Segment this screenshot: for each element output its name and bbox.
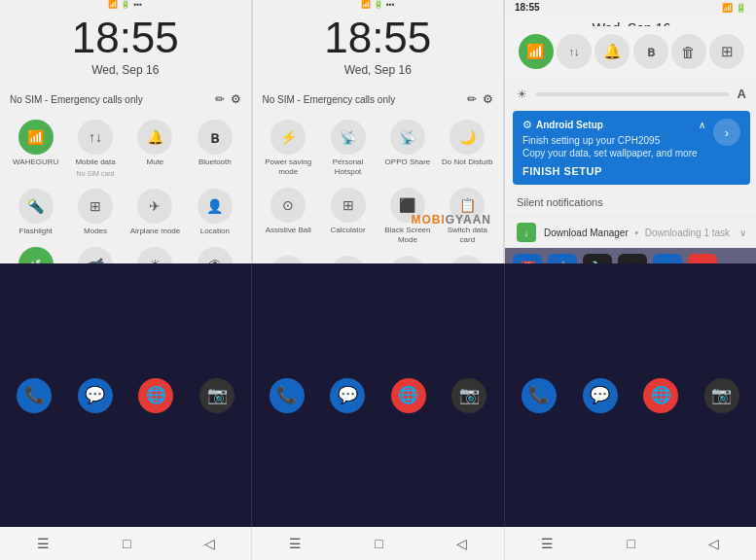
- setup-chevron-icon: ∧: [699, 120, 705, 130]
- setup-body-1: Finish setting up your CPH2095: [522, 134, 705, 147]
- qs-airplane-label: Airplane mode: [130, 227, 181, 236]
- toggle-delete[interactable]: 🗑: [671, 34, 706, 69]
- mid-qs-calc[interactable]: ⊞ Calculator: [318, 182, 378, 250]
- dock-phone-1[interactable]: 📞: [17, 378, 52, 413]
- dock-messages-1[interactable]: 💬: [78, 378, 113, 413]
- qs-waheguru[interactable]: 📶 WAHEGURU: [6, 114, 65, 183]
- nav-back-1[interactable]: ◁: [204, 536, 215, 551]
- right-brightness-slider[interactable]: [535, 92, 730, 96]
- dock-chrome-3[interactable]: 🌐: [643, 378, 678, 413]
- android-setup-card[interactable]: ⚙ Android Setup ∧ Finish setting up your…: [513, 111, 750, 185]
- middle-phone-panel: 📶 🔋 ▪▪▪ 18:55 Wed, Sep 16 No SIM - Emerg…: [253, 0, 506, 263]
- qs-mobile-data[interactable]: ↑↓ Mobile data No SIM card: [65, 114, 125, 183]
- mid-power-label: Power saving mode: [261, 158, 316, 176]
- toggle-wifi[interactable]: 📶: [519, 34, 554, 69]
- mid-edit-icon[interactable]: ✏: [467, 92, 477, 106]
- dock-phone-2[interactable]: 📞: [270, 378, 305, 413]
- dock-messages-2[interactable]: 💬: [330, 378, 365, 413]
- mid-qs-darkmode[interactable]: ☀ Dark mode: [378, 250, 437, 263]
- battery-icon: 🔋: [121, 0, 130, 9]
- toggle-data[interactable]: ↑↓: [557, 34, 592, 69]
- nav-home-2[interactable]: □: [375, 536, 382, 551]
- qs-screen-recording[interactable]: 📹 Screen recording: [65, 241, 125, 263]
- mobigyaan-logo: MOBIGYAAN: [411, 213, 491, 227]
- mid-qs-eye[interactable]: 👁 Eye comfort: [438, 250, 497, 263]
- middle-clock-time: 18:55: [324, 17, 431, 59]
- qs-location[interactable]: 👤 Location: [185, 183, 244, 242]
- left-notification-area: No SIM - Emergency calls only ✏ ⚙: [0, 88, 251, 110]
- mid-qs-hotspot[interactable]: 📡 Personal Hotspot: [318, 114, 378, 182]
- middle-notification-area: No SIM - Emergency calls only ✏ ⚙: [253, 88, 504, 110]
- qs-rotate-icon: ↺: [18, 247, 54, 263]
- silent-notifications: Silent notifications: [505, 189, 756, 216]
- mid-dnd-icon: 🌙: [450, 120, 485, 155]
- qs-eye-comfort[interactable]: 👁 Eye comfort: [185, 241, 244, 263]
- mid-qs-powersave[interactable]: ⚡ Power saving mode: [259, 114, 318, 182]
- mid-qs-screenrec[interactable]: 📹 Screen recording: [318, 250, 378, 263]
- right-status-icons: 📶 🔋: [722, 3, 746, 13]
- dock-phone-3[interactable]: 📞: [522, 378, 557, 413]
- right-auto-label[interactable]: A: [738, 87, 746, 101]
- nav-menu-1[interactable]: ☰: [37, 536, 50, 551]
- middle-status-bar: 📶 🔋 ▪▪▪: [253, 0, 504, 9]
- mid-qs-oppo[interactable]: 📡 OPPO Share: [378, 114, 437, 182]
- left-status-icons: 📶 🔋 ▪▪▪: [108, 0, 142, 9]
- right-tools-icon[interactable]: 🔧: [583, 254, 612, 263]
- nav-back-3[interactable]: ◁: [708, 536, 719, 551]
- nav-menu-2[interactable]: ☰: [289, 536, 302, 551]
- qs-flashlight[interactable]: 🔦 Flashlight: [6, 183, 65, 242]
- edit-icon[interactable]: ✏: [215, 92, 225, 106]
- left-clock-area: 18:55 Wed, Sep 16: [0, 9, 251, 88]
- right-google-icon[interactable]: G: [688, 254, 717, 263]
- qs-mute[interactable]: 🔔 Mute: [126, 114, 185, 183]
- right-settings-app-icon[interactable]: ⚙: [618, 254, 647, 263]
- dock-camera-2[interactable]: 📷: [451, 378, 486, 413]
- toggle-grid[interactable]: ⊞: [709, 34, 744, 69]
- qs-autorotate[interactable]: ↺ Auto Rotate: [6, 241, 65, 263]
- dock-chrome-2[interactable]: 🌐: [391, 378, 426, 413]
- right-assistant-icon[interactable]: 🤖: [548, 254, 577, 263]
- finish-setup-button[interactable]: FINISH SETUP: [522, 165, 705, 177]
- middle-clock-date: Wed, Sep 16: [344, 63, 412, 77]
- middle-notif-text: No SIM - Emergency calls only: [263, 94, 396, 105]
- nav-back-2[interactable]: ◁: [456, 536, 467, 551]
- left-status-bar: 📶 🔋 ▪▪▪: [0, 0, 251, 9]
- settings-icon[interactable]: ⚙: [231, 92, 241, 106]
- left-quick-settings: 📶 WAHEGURU ↑↓ Mobile data No SIM card 🔔 …: [0, 110, 251, 263]
- dock-camera-1[interactable]: 📷: [199, 378, 234, 413]
- download-manager-icon: ↓: [517, 223, 536, 242]
- toggle-bell[interactable]: 🔔: [594, 34, 630, 69]
- nav-home-3[interactable]: □: [628, 536, 635, 551]
- toggle-bluetooth[interactable]: ʙ: [633, 34, 668, 69]
- mobi-text: MOBI: [411, 213, 445, 227]
- mid-settings-icon[interactable]: ⚙: [483, 92, 493, 106]
- mid-qs-rotate[interactable]: ↺ Auto Rotate: [259, 250, 318, 263]
- left-notif-text: No SIM - Emergency calls only: [10, 94, 143, 105]
- mid-assistive-icon: ⊙: [270, 188, 306, 223]
- mid-calc-icon: ⊞: [331, 188, 366, 223]
- wifi-icon: 📶: [108, 0, 118, 9]
- nav-home-1[interactable]: □: [123, 536, 130, 551]
- qs-data-sublabel: No SIM card: [77, 170, 115, 177]
- dl-sublabel: Downloading 1 task: [645, 228, 730, 238]
- dock-messages-3[interactable]: 💬: [583, 378, 618, 413]
- nav-menu-3[interactable]: ☰: [541, 536, 554, 551]
- qs-airplane[interactable]: ✈ Airplane mode: [126, 183, 185, 242]
- middle-quick-settings: ⚡ Power saving mode 📡 Personal Hotspot 📡…: [253, 110, 504, 263]
- dock-camera-3[interactable]: 📷: [704, 378, 739, 413]
- right-calendar-icon[interactable]: 📅: [513, 254, 542, 263]
- right-playstore-icon[interactable]: ▶: [653, 254, 682, 263]
- qs-modes[interactable]: ⊞ Modes: [65, 183, 125, 242]
- download-manager-item[interactable]: ↓ Download Manager • Downloading 1 task …: [505, 216, 756, 248]
- qs-wifi-icon: 📶: [18, 120, 54, 155]
- right-battery-icon: 🔋: [736, 3, 746, 13]
- qs-bluetooth[interactable]: ʙ Bluetooth: [185, 114, 244, 183]
- mid-qs-assistive[interactable]: ⊙ Assistive Ball: [259, 182, 318, 250]
- qs-dark-mode[interactable]: ☀ Dark mode: [126, 241, 185, 263]
- mid-qs-dnd[interactable]: 🌙 Do Not Disturb: [438, 114, 497, 182]
- setup-arrow-icon[interactable]: ›: [713, 119, 740, 146]
- mid-oppo-label: OPPO Share: [385, 158, 431, 167]
- dock-section-3: 📞 💬 🌐 📷: [505, 263, 756, 527]
- right-status-bar: 18:55 📶 🔋: [505, 0, 756, 15]
- dock-chrome-1[interactable]: 🌐: [138, 378, 173, 413]
